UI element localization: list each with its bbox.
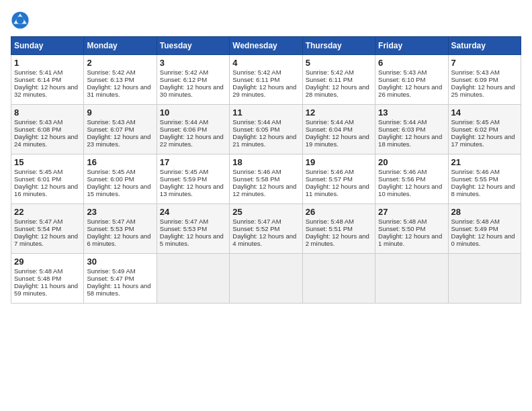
sunset-text: Sunset: 5:50 PM xyxy=(378,225,425,232)
sunrise-text: Sunrise: 5:43 AM xyxy=(451,68,500,76)
calendar-cell: 8Sunrise: 5:43 AMSunset: 6:08 PMDaylight… xyxy=(11,105,84,154)
daylight-text: Daylight: 12 hours and 5 minutes. xyxy=(160,232,224,247)
calendar-week-3: 15Sunrise: 5:45 AMSunset: 6:01 PMDayligh… xyxy=(11,154,521,204)
daylight-text: Daylight: 12 hours and 24 minutes. xyxy=(14,133,78,148)
sunrise-text: Sunrise: 5:48 AM xyxy=(378,218,427,225)
daylight-text: Daylight: 12 hours and 13 minutes. xyxy=(160,183,224,197)
daylight-text: Daylight: 12 hours and 11 minutes. xyxy=(306,183,369,197)
sunset-text: Sunset: 6:01 PM xyxy=(14,175,61,183)
day-number: 3 xyxy=(160,58,226,68)
calendar-cell: 14Sunrise: 5:45 AMSunset: 6:02 PMDayligh… xyxy=(448,105,521,154)
daylight-text: Daylight: 12 hours and 12 minutes. xyxy=(232,183,296,197)
sunrise-text: Sunrise: 5:42 AM xyxy=(160,68,208,76)
day-number: 28 xyxy=(451,207,518,217)
col-header-friday: Friday xyxy=(375,37,448,55)
daylight-text: Daylight: 12 hours and 31 minutes. xyxy=(87,83,150,98)
logo-icon xyxy=(11,11,30,30)
daylight-text: Daylight: 12 hours and 19 minutes. xyxy=(306,133,369,148)
daylight-text: Daylight: 12 hours and 10 minutes. xyxy=(378,183,442,197)
sunset-text: Sunset: 6:04 PM xyxy=(306,126,353,133)
calendar-cell: 20Sunrise: 5:46 AMSunset: 5:56 PMDayligh… xyxy=(375,154,448,204)
day-number: 11 xyxy=(232,107,299,118)
sunrise-text: Sunrise: 5:41 AM xyxy=(14,68,62,76)
sunset-text: Sunset: 5:49 PM xyxy=(451,225,498,232)
day-number: 20 xyxy=(378,157,445,167)
day-number: 22 xyxy=(14,207,81,217)
calendar-cell xyxy=(375,254,448,304)
day-number: 27 xyxy=(378,207,445,217)
sunset-text: Sunset: 5:48 PM xyxy=(14,275,61,282)
calendar-cell: 13Sunrise: 5:44 AMSunset: 6:03 PMDayligh… xyxy=(375,105,448,154)
col-header-saturday: Saturday xyxy=(448,37,521,55)
calendar-cell: 3Sunrise: 5:42 AMSunset: 6:12 PMDaylight… xyxy=(157,55,229,105)
col-header-thursday: Thursday xyxy=(302,37,375,55)
calendar-cell: 11Sunrise: 5:44 AMSunset: 6:05 PMDayligh… xyxy=(230,105,302,154)
daylight-text: Daylight: 12 hours and 8 minutes. xyxy=(451,183,515,197)
daylight-text: Daylight: 11 hours and 58 minutes. xyxy=(87,282,150,297)
day-number: 21 xyxy=(451,157,518,167)
day-number: 9 xyxy=(87,107,153,118)
sunrise-text: Sunrise: 5:43 AM xyxy=(14,118,62,126)
daylight-text: Daylight: 12 hours and 18 minutes. xyxy=(378,133,442,148)
calendar-cell: 17Sunrise: 5:45 AMSunset: 5:59 PMDayligh… xyxy=(157,154,229,204)
sunrise-text: Sunrise: 5:45 AM xyxy=(14,168,62,175)
calendar-cell xyxy=(448,254,521,304)
sunset-text: Sunset: 6:11 PM xyxy=(232,76,279,83)
daylight-text: Daylight: 12 hours and 25 minutes. xyxy=(451,83,515,98)
sunset-text: Sunset: 5:53 PM xyxy=(87,225,134,232)
sunrise-text: Sunrise: 5:44 AM xyxy=(306,118,354,126)
sunrise-text: Sunrise: 5:44 AM xyxy=(378,118,427,126)
day-number: 12 xyxy=(306,107,372,118)
sunrise-text: Sunrise: 5:48 AM xyxy=(451,218,500,225)
sunrise-text: Sunrise: 5:42 AM xyxy=(232,68,281,76)
day-number: 25 xyxy=(232,207,299,217)
daylight-text: Daylight: 12 hours and 1 minute. xyxy=(378,232,442,247)
sunset-text: Sunset: 6:08 PM xyxy=(14,126,61,133)
daylight-text: Daylight: 12 hours and 32 minutes. xyxy=(14,83,78,98)
sunrise-text: Sunrise: 5:47 AM xyxy=(160,218,208,225)
calendar-cell: 19Sunrise: 5:46 AMSunset: 5:57 PMDayligh… xyxy=(302,154,375,204)
daylight-text: Daylight: 12 hours and 2 minutes. xyxy=(306,232,369,247)
sunrise-text: Sunrise: 5:43 AM xyxy=(87,118,135,126)
sunrise-text: Sunrise: 5:48 AM xyxy=(14,267,62,275)
sunset-text: Sunset: 5:59 PM xyxy=(160,175,207,183)
sunset-text: Sunset: 6:13 PM xyxy=(87,76,134,83)
day-number: 26 xyxy=(306,207,372,217)
daylight-text: Daylight: 12 hours and 17 minutes. xyxy=(451,133,515,148)
day-number: 17 xyxy=(160,157,226,167)
sunrise-text: Sunrise: 5:46 AM xyxy=(451,168,500,175)
calendar-cell: 7Sunrise: 5:43 AMSunset: 6:09 PMDaylight… xyxy=(448,55,521,105)
sunset-text: Sunset: 6:14 PM xyxy=(14,76,61,83)
day-number: 2 xyxy=(87,58,153,68)
calendar-cell: 21Sunrise: 5:46 AMSunset: 5:55 PMDayligh… xyxy=(448,154,521,204)
calendar-cell xyxy=(157,254,229,304)
calendar-cell xyxy=(230,254,302,304)
sunrise-text: Sunrise: 5:44 AM xyxy=(160,118,208,126)
day-number: 6 xyxy=(378,58,445,68)
sunset-text: Sunset: 6:02 PM xyxy=(451,126,498,133)
daylight-text: Daylight: 12 hours and 26 minutes. xyxy=(378,83,442,98)
sunrise-text: Sunrise: 5:46 AM xyxy=(378,168,427,175)
day-number: 16 xyxy=(87,157,153,167)
sunset-text: Sunset: 6:10 PM xyxy=(378,76,425,83)
sunset-text: Sunset: 5:47 PM xyxy=(87,275,134,282)
sunset-text: Sunset: 5:53 PM xyxy=(160,225,207,232)
day-number: 15 xyxy=(14,157,81,167)
daylight-text: Daylight: 12 hours and 22 minutes. xyxy=(160,133,224,148)
col-header-wednesday: Wednesday xyxy=(230,37,302,55)
sunrise-text: Sunrise: 5:47 AM xyxy=(232,218,281,225)
sunrise-text: Sunrise: 5:42 AM xyxy=(306,68,354,76)
calendar-header-row: SundayMondayTuesdayWednesdayThursdayFrid… xyxy=(11,37,521,55)
day-number: 18 xyxy=(232,157,299,167)
calendar-week-4: 22Sunrise: 5:47 AMSunset: 5:54 PMDayligh… xyxy=(11,204,521,254)
svg-point-2 xyxy=(16,16,24,24)
sunset-text: Sunset: 6:00 PM xyxy=(87,175,134,183)
calendar-table: SundayMondayTuesdayWednesdayThursdayFrid… xyxy=(11,36,521,304)
calendar-cell: 10Sunrise: 5:44 AMSunset: 6:06 PMDayligh… xyxy=(157,105,229,154)
calendar-cell: 30Sunrise: 5:49 AMSunset: 5:47 PMDayligh… xyxy=(84,254,157,304)
daylight-text: Daylight: 12 hours and 6 minutes. xyxy=(87,232,150,247)
sunrise-text: Sunrise: 5:48 AM xyxy=(306,218,354,225)
calendar-week-1: 1Sunrise: 5:41 AMSunset: 6:14 PMDaylight… xyxy=(11,55,521,105)
day-number: 14 xyxy=(451,107,518,118)
day-number: 30 xyxy=(87,257,153,267)
